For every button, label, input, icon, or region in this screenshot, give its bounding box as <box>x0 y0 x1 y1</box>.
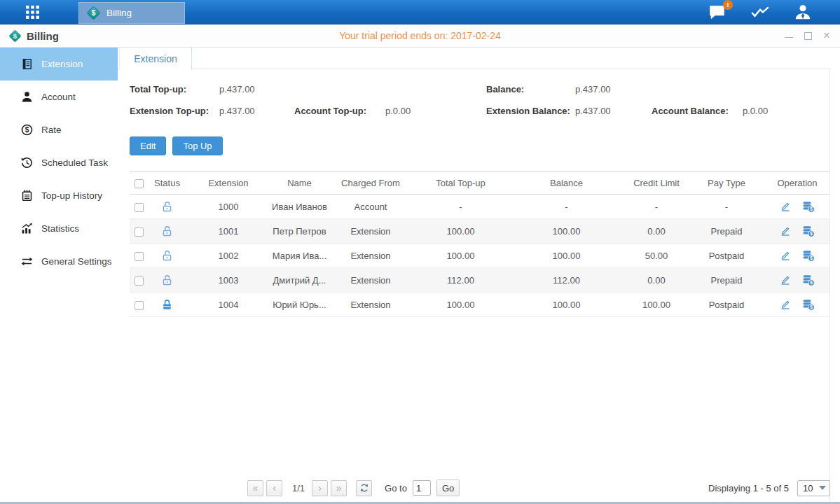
edit-icon[interactable] <box>780 274 791 286</box>
column-header-pay-type[interactable]: Pay Type <box>689 172 764 195</box>
top-up-button[interactable]: Top Up <box>172 136 222 155</box>
messages-icon[interactable]: ! <box>708 4 727 21</box>
extension-balance-label: Extension Balance: <box>486 106 575 116</box>
displaying-text: Displaying 1 - 5 of 5 <box>708 483 789 493</box>
user-icon[interactable] <box>794 4 812 21</box>
account-balance-value: p.0.00 <box>743 106 768 116</box>
sidebar-item-extension[interactable]: Extension <box>0 48 118 80</box>
name-cell: Мария Ива... <box>270 244 329 268</box>
first-page-button[interactable]: « <box>247 480 263 496</box>
balance-label: Balance: <box>486 84 575 94</box>
row-checkbox[interactable] <box>135 276 144 286</box>
credit-limit-cell: 0.00 <box>624 268 689 293</box>
column-header-balance[interactable]: Balance <box>509 172 624 195</box>
page-size-value: 10 <box>803 483 813 493</box>
column-header-extension[interactable]: Extension <box>186 172 270 195</box>
topup-icon[interactable]: $ <box>802 225 815 237</box>
resource-monitor-icon[interactable] <box>750 5 770 20</box>
edit-button[interactable]: Edit <box>130 136 166 155</box>
lock-open-icon <box>161 250 173 262</box>
row-checkbox[interactable] <box>135 203 144 212</box>
extension-topup-label: Extension Top-up: <box>130 106 219 116</box>
goto-page-input[interactable] <box>413 480 431 496</box>
account-topup-label: Account Top-up: <box>294 106 385 116</box>
next-page-button[interactable]: › <box>312 480 328 496</box>
name-cell: Дмитрий Д... <box>270 268 329 293</box>
window-controls: × <box>784 24 832 47</box>
select-all-checkbox[interactable] <box>135 179 144 188</box>
table-row: 1000Иван ИвановAccount----$ <box>130 195 830 219</box>
notification-badge: ! <box>723 0 733 10</box>
balance-value: p.437.00 <box>575 84 611 94</box>
svg-text:$: $ <box>810 231 813 237</box>
trial-notice: Your trial period ends on: 2017-02-24 <box>0 24 840 47</box>
page-size-select[interactable]: 10 <box>797 480 830 496</box>
column-header-credit-limit[interactable]: Credit Limit <box>624 172 689 195</box>
table-row: 1003Дмитрий Д...Extension112.00112.000.0… <box>130 268 830 293</box>
topup-icon[interactable]: $ <box>802 274 815 286</box>
sidebar-item-statistics[interactable]: Statistics <box>0 212 118 245</box>
sidebar-item-general-settings[interactable]: General Settings <box>0 245 118 278</box>
svg-text:$: $ <box>25 126 29 134</box>
sidebar-item-label: General Settings <box>41 256 112 267</box>
balance-cell: 100.00 <box>509 219 624 244</box>
extension-cell: 1001 <box>186 219 270 244</box>
edit-icon[interactable] <box>780 250 791 261</box>
topup-icon[interactable]: $ <box>802 201 815 213</box>
sidebar-item-label: Rate <box>41 125 62 135</box>
topup-icon[interactable]: $ <box>802 250 815 262</box>
edit-icon[interactable] <box>780 201 791 212</box>
prev-page-button[interactable]: ‹ <box>266 480 282 496</box>
column-header-total-top-up[interactable]: Total Top-up <box>413 172 509 195</box>
account-icon <box>21 91 33 103</box>
balance-cell: 100.00 <box>509 244 624 268</box>
total-topup-value: p.437.00 <box>219 84 255 94</box>
extension-icon <box>21 58 33 70</box>
topup-icon[interactable]: $ <box>802 299 815 311</box>
pay-type-cell: Postpaid <box>689 293 764 317</box>
credit-limit-cell: 100.00 <box>624 293 689 317</box>
sidebar-item-label: Scheduled Task <box>41 158 108 168</box>
action-bar: Edit Top Up <box>118 122 840 155</box>
row-checkbox[interactable] <box>135 227 144 237</box>
account-balance-label: Account Balance: <box>652 106 743 116</box>
column-header-name[interactable]: Name <box>270 172 329 195</box>
main-content: Extension Total Top-up: p.437.00 Balance… <box>118 48 840 502</box>
apps-grid-icon[interactable] <box>24 5 42 20</box>
account-topup-value: p.0.00 <box>385 106 411 116</box>
charged-from-cell: Account <box>329 195 413 219</box>
lock-open-icon <box>161 225 173 237</box>
table-row: 1004Юрий Юрь...Extension100.00100.00100.… <box>130 293 830 317</box>
column-header-charged-from[interactable]: Charged From <box>329 172 413 195</box>
charged-from-cell: Extension <box>329 293 413 317</box>
extension-cell: 1002 <box>186 244 270 268</box>
svg-text:$: $ <box>810 304 813 310</box>
refresh-button[interactable] <box>356 480 372 496</box>
goto-label: Go to <box>385 483 407 493</box>
sidebar-item-label: Top-up History <box>41 190 102 201</box>
sidebar-item-top-up-history[interactable]: Top-up History <box>0 179 118 212</box>
close-button[interactable]: × <box>822 31 832 41</box>
sidebar-item-scheduled-task[interactable]: Scheduled Task <box>0 146 118 179</box>
last-page-button[interactable]: » <box>331 480 347 496</box>
name-cell: Петр Петров <box>270 219 329 244</box>
sidebar-item-rate[interactable]: $Rate <box>0 113 118 146</box>
column-header-operation[interactable]: Operation <box>764 172 830 195</box>
edit-icon[interactable] <box>780 299 791 310</box>
lock-closed-icon <box>161 299 173 311</box>
go-button[interactable]: Go <box>436 479 460 496</box>
tab-strip: Extension <box>118 48 840 69</box>
scheduled-task-icon <box>21 157 33 169</box>
row-checkbox[interactable] <box>135 252 144 261</box>
sidebar-item-account[interactable]: Account <box>0 80 118 113</box>
pay-type-cell: Postpaid <box>689 244 764 268</box>
pagination-bar: « ‹ 1/1 › » Go to Go Displaying 1 - 5 of… <box>247 479 830 496</box>
name-cell: Иван Иванов <box>270 195 329 219</box>
minimize-button[interactable] <box>784 31 794 41</box>
taskbar-tab-billing[interactable]: $ Billing <box>78 2 185 24</box>
maximize-button[interactable] <box>803 31 813 41</box>
row-checkbox[interactable] <box>135 301 144 310</box>
edit-icon[interactable] <box>780 225 791 237</box>
tab-extension[interactable]: Extension <box>119 48 192 70</box>
column-header-status[interactable]: Status <box>148 172 186 195</box>
